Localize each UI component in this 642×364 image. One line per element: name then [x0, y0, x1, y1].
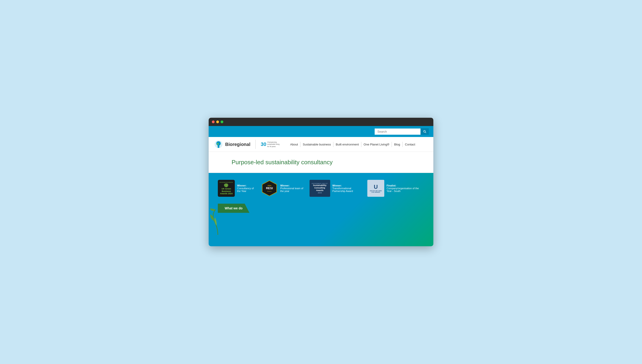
search-icon [423, 130, 427, 133]
badge-number: 30 [261, 141, 266, 147]
award-winner-label-3: Winner: [333, 184, 364, 187]
nav-item-blog[interactable]: Blog [392, 142, 403, 147]
maximize-button-dot[interactable] [221, 120, 223, 123]
nav-item-one-planet-living[interactable]: One Planet Living® [361, 142, 392, 147]
nav-item-contact[interactable]: Contact [403, 142, 418, 147]
badge-businessgreen-title: UK Green Business Awards 2024 [219, 188, 233, 195]
what-we-do-bar: What we do [218, 204, 424, 213]
badge-unlock-text: UNLOCK NET ZERO LIVE AWARDS [369, 190, 383, 193]
award-card-4: U UNLOCK NET ZERO LIVE AWARDS Finalist: … [367, 180, 424, 197]
businessgreen-leaf-icon [223, 183, 229, 188]
award-winner-label-2: Winner: [280, 184, 306, 187]
nav-item-about[interactable]: About [288, 142, 300, 147]
award-category-4: Company/organisation of the Year - South [387, 187, 424, 192]
logo-text: Bioregional [225, 142, 250, 147]
award-card-3: environment analyst Sustainability Consu… [309, 180, 364, 197]
award-winner-label-4: Finalist: [387, 184, 424, 187]
awards-row: BusinessGreen UK Green Business Awards 2… [218, 180, 424, 197]
top-bar [209, 126, 433, 137]
browser-titlebar [209, 118, 433, 126]
award-badge-resi: 2024 RESI Dinners [261, 180, 278, 197]
badge-unlock-letter: U [374, 184, 378, 190]
minimize-button-dot[interactable] [216, 120, 219, 123]
award-badge-unlock: U UNLOCK NET ZERO LIVE AWARDS [367, 180, 384, 197]
svg-point-1 [217, 143, 218, 145]
browser-window: Bioregional 30 Championing sustainable l… [209, 118, 433, 246]
award-text-1: Winner: Consultancy of the Year [237, 184, 257, 192]
nav-item-built-environment[interactable]: Built environment [333, 142, 361, 147]
what-we-do-tab[interactable]: What we do [218, 204, 249, 213]
award-card-1: BusinessGreen UK Green Business Awards 2… [218, 180, 257, 197]
search-container [375, 128, 429, 135]
award-card-2: 2024 RESI Dinners Winner: Professional t… [261, 180, 306, 197]
bioregional-logo-icon [214, 140, 223, 149]
close-button-dot[interactable] [212, 120, 215, 123]
search-input[interactable] [375, 128, 421, 135]
nav-item-sustainable-business[interactable]: Sustainable business [300, 142, 333, 147]
logo-divider [255, 140, 256, 149]
award-category-1: Consultancy of the Year [237, 187, 257, 192]
award-text-3: Winner: Transformational Partnership Awa… [333, 184, 364, 192]
logo-area: Bioregional 30 Championing sustainable l… [214, 140, 281, 149]
award-badge-businessgreen: BusinessGreen UK Green Business Awards 2… [218, 180, 235, 197]
site-header: Bioregional 30 Championing sustainable l… [209, 137, 433, 152]
award-category-2: Professional team of the year [280, 187, 306, 192]
award-badge-sustainability: environment analyst Sustainability Consu… [309, 180, 330, 197]
badge-tagline: Championing sustainable living for 30 ye… [267, 141, 281, 147]
anniversary-badge: 30 Championing sustainable living for 30… [261, 141, 281, 147]
badge-sc-title: Sustainability Consulting Awards [311, 184, 329, 192]
hero-title: Purpose-led sustainability consultancy [232, 159, 420, 166]
award-text-4: Finalist: Company/organisation of the Ye… [387, 184, 424, 192]
badge-sc-year: 2023 [318, 192, 322, 194]
award-winner-label-1: Winner: [237, 184, 257, 187]
award-category-3: Transformational Partnership Award [333, 187, 364, 192]
main-nav: About Sustainable business Built environ… [288, 142, 428, 147]
svg-text:RESI: RESI [266, 186, 273, 190]
hero-section: Purpose-led sustainability consultancy [209, 152, 433, 173]
svg-text:Dinners: Dinners [267, 190, 272, 192]
search-button[interactable] [421, 128, 429, 135]
award-text-2: Winner: Professional team of the year [280, 184, 306, 192]
awards-section: BusinessGreen UK Green Business Awards 2… [209, 173, 433, 246]
